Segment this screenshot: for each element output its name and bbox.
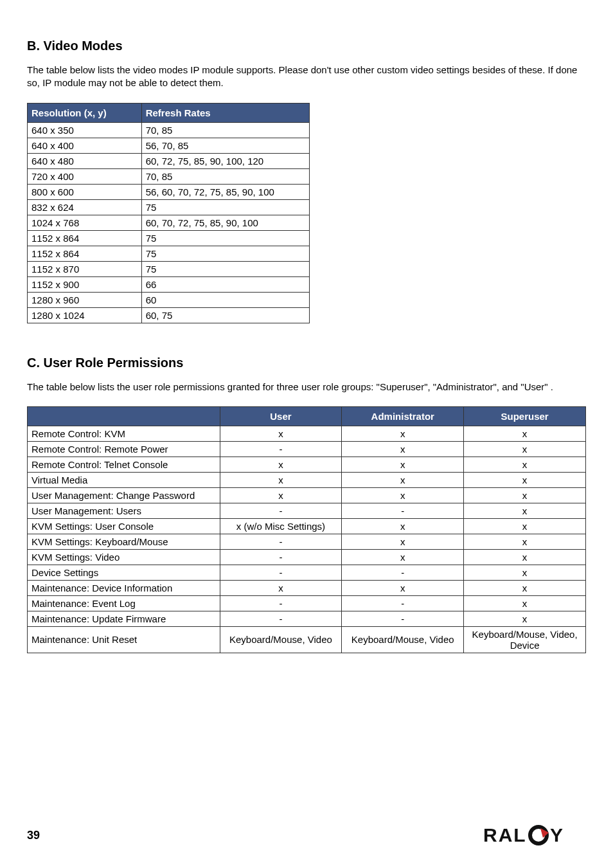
table-row: Maintenance: Unit ResetKeyboard/Mouse, V… xyxy=(28,626,586,653)
table-cell: - xyxy=(220,503,342,518)
table-cell: Keyboard/Mouse, Video xyxy=(342,626,464,653)
table-header-row: User Administrator Superuser xyxy=(28,406,586,426)
svg-text:Y: Y xyxy=(550,824,564,845)
table-cell: x xyxy=(464,503,586,518)
table-cell: 1024 x 768 xyxy=(28,215,142,230)
video-modes-table: Resolution (x, y) Refresh Rates 640 x 35… xyxy=(27,103,310,323)
table-cell: x xyxy=(464,595,586,611)
permissions-table: User Administrator Superuser Remote Cont… xyxy=(27,406,586,653)
table-cell: x xyxy=(464,534,586,549)
table-row: Virtual Mediaxxx xyxy=(28,472,586,487)
table-cell: 75 xyxy=(141,261,309,276)
table-row: 1152 x 87075 xyxy=(28,261,310,276)
table-cell: x xyxy=(342,472,464,487)
table-cell: x xyxy=(342,457,464,472)
table-cell: x xyxy=(342,518,464,534)
table-row: Remote Control: Remote Power-xx xyxy=(28,441,586,457)
table-cell: 60 xyxy=(141,292,309,307)
brand-logo: RAL Y xyxy=(483,824,586,846)
table-row: Remote Control: Telnet Consolexxx xyxy=(28,457,586,472)
table-cell: x xyxy=(464,611,586,626)
svg-text:RAL: RAL xyxy=(483,824,527,845)
table-row: 1024 x 76860, 70, 72, 75, 85, 90, 100 xyxy=(28,215,310,230)
table-cell: x xyxy=(220,472,342,487)
page-number: 39 xyxy=(27,829,40,842)
col-admin: Administrator xyxy=(342,406,464,426)
table-cell: Remote Control: Remote Power xyxy=(28,441,220,457)
table-cell: x xyxy=(342,580,464,595)
table-cell: - xyxy=(220,549,342,565)
section-b-intro: The table below lists the video modes IP… xyxy=(27,64,586,90)
table-cell: 640 x 400 xyxy=(28,138,142,153)
table-cell: KVM Settings: Video xyxy=(28,549,220,565)
table-cell: 800 x 600 xyxy=(28,184,142,199)
table-cell: 832 x 624 xyxy=(28,199,142,215)
table-row: User Management: Change Passwordxxx xyxy=(28,487,586,503)
table-row: 1152 x 86475 xyxy=(28,246,310,261)
table-cell: Maintenance: Event Log xyxy=(28,595,220,611)
table-cell: 70, 85 xyxy=(141,168,309,184)
col-superuser: Superuser xyxy=(464,406,586,426)
table-cell: 1152 x 870 xyxy=(28,261,142,276)
table-cell: Remote Control: Telnet Console xyxy=(28,457,220,472)
table-cell: 75 xyxy=(141,199,309,215)
table-cell: x xyxy=(464,565,586,580)
table-cell: Keyboard/Mouse, Video xyxy=(220,626,342,653)
table-cell: x xyxy=(220,457,342,472)
table-cell: Maintenance: Device Information xyxy=(28,580,220,595)
table-cell: User Management: Change Password xyxy=(28,487,220,503)
table-cell: 75 xyxy=(141,230,309,246)
table-row: KVM Settings: Video-xx xyxy=(28,549,586,565)
table-row: 800 x 60056, 60, 70, 72, 75, 85, 90, 100 xyxy=(28,184,310,199)
table-cell: Remote Control: KVM xyxy=(28,426,220,441)
table-row: KVM Settings: Keyboard/Mouse-xx xyxy=(28,534,586,549)
table-cell: - xyxy=(342,611,464,626)
table-row: Remote Control: KVMxxx xyxy=(28,426,586,441)
table-cell: x xyxy=(220,580,342,595)
table-cell: x xyxy=(220,487,342,503)
table-cell: 66 xyxy=(141,276,309,292)
table-cell: 1152 x 900 xyxy=(28,276,142,292)
table-cell: 60, 72, 75, 85, 90, 100, 120 xyxy=(141,153,309,168)
table-cell: 1152 x 864 xyxy=(28,230,142,246)
table-cell: - xyxy=(220,534,342,549)
section-c-intro: The table below lists the user role perm… xyxy=(27,381,586,393)
table-cell: - xyxy=(220,441,342,457)
table-cell: x xyxy=(342,534,464,549)
table-cell: x xyxy=(464,472,586,487)
table-row: 1152 x 90066 xyxy=(28,276,310,292)
table-cell: 56, 60, 70, 72, 75, 85, 90, 100 xyxy=(141,184,309,199)
table-cell: User Management: Users xyxy=(28,503,220,518)
section-b-heading: B. Video Modes xyxy=(27,39,586,53)
table-cell: 1280 x 960 xyxy=(28,292,142,307)
table-row: User Management: Users--x xyxy=(28,503,586,518)
table-cell: 75 xyxy=(141,246,309,261)
table-row: Maintenance: Update Firmware--x xyxy=(28,611,586,626)
table-row: 640 x 40056, 70, 85 xyxy=(28,138,310,153)
table-cell: Maintenance: Unit Reset xyxy=(28,626,220,653)
table-cell: x xyxy=(464,580,586,595)
table-cell: x xyxy=(464,487,586,503)
table-cell: Keyboard/Mouse, Video, Device xyxy=(464,626,586,653)
table-cell: - xyxy=(220,565,342,580)
table-row: 1280 x 96060 xyxy=(28,292,310,307)
table-row: 640 x 35070, 85 xyxy=(28,122,310,138)
section-c-heading: C. User Role Permissions xyxy=(27,356,586,370)
table-cell: Device Settings xyxy=(28,565,220,580)
table-cell: x xyxy=(342,487,464,503)
table-row: 720 x 40070, 85 xyxy=(28,168,310,184)
table-cell: - xyxy=(342,503,464,518)
table-cell: 640 x 480 xyxy=(28,153,142,168)
table-cell: x xyxy=(464,441,586,457)
col-resolution: Resolution (x, y) xyxy=(28,103,142,122)
table-cell: x xyxy=(342,549,464,565)
table-cell: 60, 75 xyxy=(141,307,309,323)
table-cell: 1280 x 1024 xyxy=(28,307,142,323)
table-row: 1280 x 102460, 75 xyxy=(28,307,310,323)
table-cell: - xyxy=(220,611,342,626)
col-user: User xyxy=(220,406,342,426)
table-cell: x (w/o Misc Settings) xyxy=(220,518,342,534)
table-cell: x xyxy=(342,426,464,441)
table-row: 832 x 62475 xyxy=(28,199,310,215)
page: B. Video Modes The table below lists the… xyxy=(0,0,613,868)
